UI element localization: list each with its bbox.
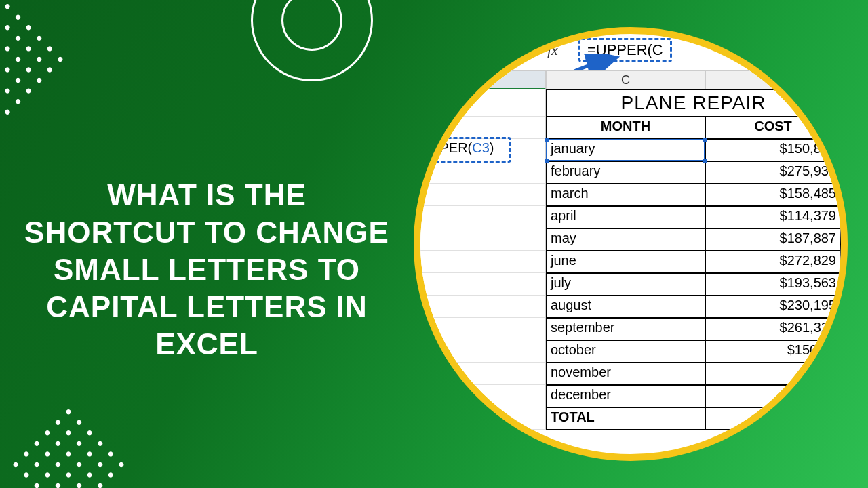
cell-cost[interactable]: $150,878 <box>705 139 841 161</box>
header-month[interactable]: MONTH <box>546 117 705 139</box>
cell-b3-formula[interactable]: =UPPER(C3) <box>414 139 546 161</box>
cell-empty[interactable] <box>414 407 546 430</box>
cell-empty[interactable] <box>414 273 546 296</box>
cell-empty[interactable] <box>414 184 546 206</box>
table-row: =UPPER(C3) january $150,878 <box>414 139 841 161</box>
cell-total-value[interactable] <box>705 407 841 430</box>
cell-value: january <box>551 141 595 156</box>
cell-empty[interactable] <box>414 117 546 139</box>
page-title: WHAT IS THE SHORTCUT TO CHANGE SMALL LET… <box>24 176 390 363</box>
cell-cost[interactable]: $272,829 <box>705 251 841 273</box>
table-total-row: TOTAL <box>414 407 841 430</box>
cell-month[interactable]: january <box>546 139 705 161</box>
fx-icon[interactable]: fx <box>547 41 558 59</box>
formula-bar-input[interactable]: =UPPER(C <box>578 38 672 62</box>
cell-month[interactable]: july <box>546 273 705 296</box>
cell-month[interactable]: september <box>546 318 705 340</box>
table-row: february $275,931 <box>414 161 841 184</box>
col-header-b[interactable]: B <box>414 70 546 89</box>
excel-screenshot-frame: ✓ fx =UPPER(C B C D <box>414 27 848 461</box>
table-row: june $272,829 <box>414 251 841 273</box>
table-row: october $150,72 <box>414 340 841 363</box>
cell-cost[interactable]: $158,485 <box>705 184 841 206</box>
cell-cost[interactable]: $143 <box>705 363 841 385</box>
col-header-d[interactable]: D <box>705 70 841 89</box>
cell-empty[interactable] <box>414 251 546 273</box>
formula-bar: ✓ fx =UPPER(C <box>515 38 672 62</box>
cell-month[interactable]: august <box>546 296 705 318</box>
table-row: september $261,327 <box>414 318 841 340</box>
table-title-row: PLANE REPAIR <box>414 89 841 117</box>
cell-empty[interactable] <box>414 318 546 340</box>
cell-empty[interactable] <box>414 296 546 318</box>
spreadsheet: PLANE REPAIR MONTH COST =UPPER(C3) janua… <box>414 89 841 430</box>
cell-empty[interactable] <box>414 161 546 184</box>
cell-month[interactable]: april <box>546 206 705 228</box>
formula-prefix: =UPPER( <box>414 140 472 155</box>
cell-cost[interactable]: $ <box>705 385 841 407</box>
col-header-c[interactable]: C <box>546 70 705 89</box>
table-row: may $187,887 <box>414 228 841 251</box>
cell-empty[interactable] <box>414 89 546 117</box>
table-row: august $230,195 <box>414 296 841 318</box>
cell-cost[interactable]: $193,563 <box>705 273 841 296</box>
cell-cost[interactable]: $187,887 <box>705 228 841 251</box>
table-header-row: MONTH COST <box>414 117 841 139</box>
cell-month[interactable]: june <box>546 251 705 273</box>
cell-month[interactable]: december <box>546 385 705 407</box>
cell-cost[interactable]: $150,72 <box>705 340 841 363</box>
cell-cost[interactable]: $275,931 <box>705 161 841 184</box>
cell-empty[interactable] <box>414 228 546 251</box>
cell-empty[interactable] <box>414 363 546 385</box>
table-row: march $158,485 <box>414 184 841 206</box>
checkmark-icon[interactable]: ✓ <box>515 42 527 58</box>
formula-ref: C3 <box>472 140 490 155</box>
cell-month[interactable]: november <box>546 363 705 385</box>
cell-cost[interactable]: $114,379 <box>705 206 841 228</box>
table-row: april $114,379 <box>414 206 841 228</box>
formula-suffix: ) <box>490 140 494 155</box>
deco-dots-top <box>0 3 66 121</box>
table-title[interactable]: PLANE REPAIR <box>546 89 841 117</box>
cell-empty[interactable] <box>414 206 546 228</box>
cell-empty[interactable] <box>414 385 546 407</box>
cell-cost[interactable]: $261,327 <box>705 318 841 340</box>
table-row: november $143 <box>414 363 841 385</box>
cell-total-label[interactable]: TOTAL <box>546 407 705 430</box>
table-row: december $ <box>414 385 841 407</box>
cell-month[interactable]: february <box>546 161 705 184</box>
cell-month[interactable]: october <box>546 340 705 363</box>
cell-month[interactable]: march <box>546 184 705 206</box>
column-headers: B C D <box>414 70 841 89</box>
cell-cost[interactable]: $230,195 <box>705 296 841 318</box>
cell-month[interactable]: may <box>546 228 705 251</box>
table-row: july $193,563 <box>414 273 841 296</box>
cell-empty[interactable] <box>414 340 546 363</box>
header-cost[interactable]: COST <box>705 117 841 139</box>
deco-dots-bottom <box>10 409 127 488</box>
